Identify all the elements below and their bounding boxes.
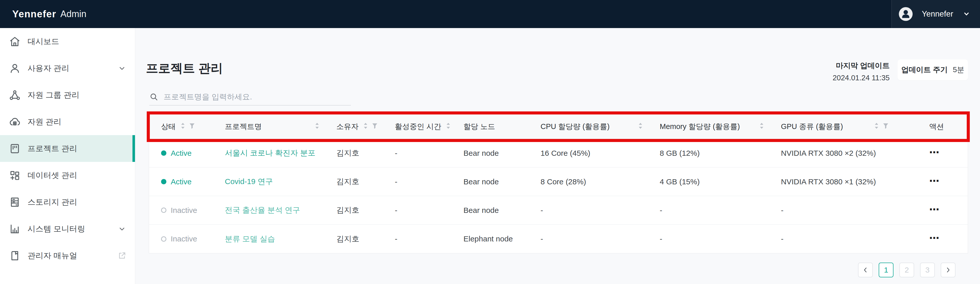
column-header-owner: 소유자 — [336, 122, 395, 132]
table-row[interactable]: Inactive 전국 출산율 분석 연구 김지호 - Bear node - … — [149, 196, 968, 225]
cell-status: Inactive — [161, 235, 225, 243]
external-link-icon — [118, 251, 126, 260]
cell-owner: 김지호 — [336, 234, 395, 244]
column-header-name: 프로젝트명 — [225, 122, 336, 132]
chevron-down-icon[interactable] — [118, 64, 126, 73]
home-icon — [9, 35, 21, 48]
column-header-gpu: GPU 종류 (활용률) — [781, 122, 929, 132]
more-actions-button[interactable]: ⋯ — [929, 207, 940, 212]
status-dot-icon — [161, 208, 166, 213]
search-input[interactable] — [164, 92, 351, 101]
column-label: 소유자 — [336, 122, 359, 132]
cell-cpu: - — [541, 206, 660, 215]
filter-icon[interactable] — [883, 122, 889, 131]
user-menu[interactable]: Yennefer — [891, 0, 980, 28]
sidebar-item-label: 시스템 모니터링 — [27, 224, 111, 234]
cell-cpu: 16 Core (45%) — [541, 149, 660, 157]
project-link[interactable]: 전국 출산율 분석 연구 — [225, 206, 300, 214]
cell-project-name: 전국 출산율 분석 연구 — [225, 205, 336, 216]
column-header-time: 활성중인 시간 — [395, 122, 463, 132]
cell-node: Bear node — [463, 206, 541, 215]
project-link[interactable]: 분류 모델 실습 — [225, 235, 275, 243]
cell-memory: 4 GB (15%) — [660, 178, 781, 186]
table-row[interactable]: Inactive 분류 모델 실습 김지호 - Elephant node - … — [149, 225, 968, 253]
app-logo: Yennefer Admin — [12, 0, 86, 28]
chevron-down-icon[interactable] — [963, 10, 970, 18]
sidebar-item-manual[interactable]: 관리자 매뉴얼 — [0, 242, 135, 269]
sidebar-item-dashboard[interactable]: 대시보드 — [0, 28, 135, 55]
cell-status: Active — [161, 149, 225, 157]
filter-icon[interactable] — [189, 122, 195, 131]
table-header-row: 상태 프로젝트명 소유자 활성중인 시간 — [149, 114, 968, 139]
sidebar-item-resource-group[interactable]: 자원 그룹 관리 — [0, 82, 135, 108]
sidebar-item-storage[interactable]: 스토리지 관리 — [0, 189, 135, 216]
cell-node: Bear node — [463, 178, 541, 186]
sort-icon[interactable] — [314, 122, 320, 132]
resource-group-icon — [9, 89, 21, 101]
sidebar: 대시보드 사용자 관리 자원 그룹 관리 자원 관리 프로젝트 관리 데이터셋 … — [0, 28, 135, 284]
sort-icon[interactable] — [873, 122, 880, 132]
table-row[interactable]: Active Covid-19 연구 김지호 - Bear node 8 Cor… — [149, 168, 968, 196]
page-button-3[interactable]: 3 — [920, 263, 935, 278]
sidebar-item-resources[interactable]: 자원 관리 — [0, 108, 135, 135]
project-link[interactable]: Covid-19 연구 — [225, 177, 273, 186]
sidebar-item-label: 스토리지 관리 — [27, 197, 126, 208]
topbar: Yennefer Admin Yennefer — [0, 0, 980, 28]
prev-page-button[interactable] — [858, 263, 873, 278]
pagination: 123 — [858, 263, 956, 278]
more-actions-button[interactable]: ⋯ — [929, 150, 940, 155]
avatar — [899, 7, 913, 21]
cell-gpu: NVIDIA RTX 3080 ×1 (32%) — [781, 178, 929, 186]
project-link[interactable]: 서울시 코로나 확진자 분포 — [225, 149, 315, 157]
cell-gpu: NVIDIA RTX 3080 ×2 (32%) — [781, 149, 929, 157]
sort-icon[interactable] — [759, 122, 765, 132]
page-button-2[interactable]: 2 — [899, 263, 914, 278]
more-actions-button[interactable]: ⋯ — [929, 235, 940, 240]
table-row[interactable]: Active 서울시 코로나 확진자 분포 김지호 - Bear node 16… — [149, 139, 968, 168]
manual-icon — [9, 249, 21, 262]
user-icon — [9, 62, 21, 75]
sidebar-item-label: 사용자 관리 — [27, 63, 111, 74]
column-header-memory: Memory 할당량 (활용률) — [660, 122, 781, 132]
sidebar-item-label: 자원 그룹 관리 — [27, 90, 126, 100]
column-header-cpu: CPU 할당량 (활용률) — [541, 122, 660, 132]
project-icon — [9, 143, 21, 155]
cell-action: ⋯ — [929, 235, 968, 243]
cell-owner: 김지호 — [336, 148, 395, 158]
brand-suffix: Admin — [60, 9, 86, 19]
sidebar-item-projects[interactable]: 프로젝트 관리 — [0, 135, 135, 162]
chevron-right-icon — [945, 267, 951, 273]
column-header-node: 할당 노드 — [463, 122, 541, 132]
sort-icon[interactable] — [363, 122, 369, 132]
status-label: Active — [171, 149, 192, 157]
cell-memory: - — [660, 206, 781, 215]
sidebar-item-monitoring[interactable]: 시스템 모니터링 — [0, 216, 135, 242]
sort-icon[interactable] — [638, 122, 643, 132]
resource-icon — [9, 116, 21, 128]
more-actions-button[interactable]: ⋯ — [929, 178, 940, 183]
cell-status: Active — [161, 178, 225, 186]
cell-node: Elephant node — [463, 235, 541, 243]
monitoring-icon — [9, 223, 21, 235]
status-label: Active — [171, 178, 192, 186]
sort-icon[interactable] — [445, 122, 451, 132]
sort-icon[interactable] — [180, 122, 186, 132]
sidebar-item-datasets[interactable]: 데이터셋 관리 — [0, 162, 135, 189]
update-cycle-button[interactable]: 업데이트 주기 5분 — [897, 59, 968, 80]
last-update-value: 2024.01.24 11:35 — [832, 74, 890, 82]
cell-memory: 8 GB (12%) — [660, 149, 781, 157]
search-icon — [149, 92, 159, 102]
brand-name: Yennefer — [12, 9, 56, 20]
chevron-down-icon[interactable] — [118, 225, 126, 233]
cell-active-time: - — [395, 206, 463, 215]
filter-icon[interactable] — [372, 122, 378, 131]
sidebar-item-label: 데이터셋 관리 — [27, 170, 126, 181]
sidebar-item-users[interactable]: 사용자 관리 — [0, 55, 135, 82]
page-button-1[interactable]: 1 — [879, 263, 894, 278]
column-label: 할당 노드 — [463, 122, 495, 132]
column-header-status: 상태 — [161, 122, 225, 132]
cell-status: Inactive — [161, 206, 225, 215]
status-label: Inactive — [171, 206, 197, 215]
next-page-button[interactable] — [941, 263, 956, 278]
main-content: 프로젝트 관리 마지막 업데이트 2024.01.24 11:35 업데이트 주… — [135, 28, 980, 284]
